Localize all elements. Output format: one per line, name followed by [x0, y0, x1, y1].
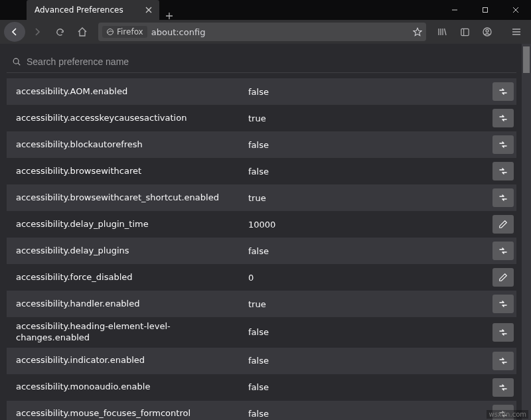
svg-rect-2 [461, 29, 468, 35]
pref-row[interactable]: accessibility.force_disabled0 [7, 264, 516, 291]
pref-row[interactable]: accessibility.browsewithcaretfalse [7, 158, 516, 184]
tab-title: Advanced Preferences [35, 5, 123, 15]
pref-value: false [248, 382, 493, 392]
window-minimize-button[interactable] [439, 0, 470, 20]
toggle-icon [498, 382, 508, 393]
library-button[interactable] [431, 22, 453, 42]
nav-toolbar: Firefox about:config [0, 20, 531, 44]
watermark-text: wsxdn.com [487, 410, 528, 419]
pref-name: accessibility.blockautorefresh [16, 139, 248, 151]
pref-value: false [248, 140, 493, 150]
pencil-icon [498, 220, 508, 229]
firefox-icon [106, 28, 114, 36]
pref-value: false [248, 409, 493, 419]
back-button[interactable] [4, 22, 25, 42]
toggle-icon [498, 113, 508, 123]
window-maximize-button[interactable] [470, 0, 500, 20]
pref-name: accessibility.browsewithcaret_shortcut.e… [16, 192, 248, 204]
toggle-button[interactable] [493, 295, 514, 313]
toggle-button[interactable] [493, 378, 514, 397]
bookmark-star-icon[interactable] [413, 27, 422, 36]
pref-row[interactable]: accessibility.AOM.enabledfalse [7, 78, 516, 105]
toggle-icon [498, 299, 508, 309]
app-menu-button[interactable] [506, 22, 527, 42]
pref-name: accessibility.handler.enabled [16, 299, 248, 310]
pref-row[interactable]: accessibility.heading-element-level-chan… [7, 317, 516, 348]
toggle-icon [498, 139, 508, 150]
toggle-icon [498, 166, 508, 176]
close-tab-icon[interactable] [143, 5, 154, 15]
pref-name: accessibility.delay_plugins [16, 245, 248, 257]
pref-value: false [248, 246, 493, 256]
home-button[interactable] [72, 22, 93, 42]
toggle-icon [498, 192, 508, 203]
pref-row[interactable]: accessibility.browsewithcaret_shortcut.e… [7, 184, 516, 211]
toggle-icon [498, 86, 508, 97]
toggle-icon [498, 356, 508, 366]
pref-name: accessibility.delay_plugin_time [16, 219, 248, 230]
search-input[interactable] [27, 56, 511, 67]
svg-point-5 [13, 58, 19, 64]
identity-box[interactable]: Firefox [102, 26, 147, 38]
pref-value: false [248, 327, 493, 337]
titlebar: Advanced Preferences [0, 0, 531, 20]
pencil-icon [498, 273, 508, 282]
reload-button[interactable] [49, 22, 70, 42]
toggle-icon [498, 245, 508, 256]
pref-name: accessibility.accesskeycausesactivation [16, 113, 248, 124]
preference-search[interactable] [7, 50, 516, 73]
svg-point-4 [486, 30, 489, 33]
new-tab-button[interactable] [159, 12, 179, 20]
pref-row[interactable]: accessibility.handler.enabledtrue [7, 291, 516, 317]
pref-name: accessibility.monoaudio.enable [16, 382, 248, 393]
pref-name: accessibility.force_disabled [16, 272, 248, 283]
window-close-button[interactable] [500, 0, 531, 20]
tab-advanced-preferences[interactable]: Advanced Preferences [27, 0, 159, 20]
preferences-table: accessibility.AOM.enabledfalseaccessibil… [7, 78, 516, 420]
sidebars-button[interactable] [454, 22, 475, 42]
toggle-button[interactable] [493, 188, 514, 207]
account-button[interactable] [477, 22, 498, 42]
identity-label: Firefox [117, 27, 143, 36]
pref-value: true [248, 193, 493, 203]
pref-name: accessibility.AOM.enabled [16, 86, 248, 98]
toggle-button[interactable] [493, 242, 514, 260]
pref-row[interactable]: accessibility.monoaudio.enablefalse [7, 374, 516, 401]
vertical-scrollbar[interactable] [522, 44, 531, 420]
pref-name: accessibility.heading-element-level-chan… [16, 321, 248, 344]
url-text: about:config [151, 27, 409, 37]
svg-rect-0 [483, 8, 488, 13]
pref-row[interactable]: accessibility.blockautorefreshfalse [7, 131, 516, 158]
edit-button[interactable] [493, 215, 514, 234]
pref-name: accessibility.indicator.enabled [16, 355, 248, 366]
pref-row[interactable]: accessibility.delay_plugin_time10000 [7, 211, 516, 238]
toggle-button[interactable] [493, 323, 514, 342]
pref-name: accessibility.mouse_focuses_formcontrol [16, 408, 248, 419]
scroll-thumb[interactable] [523, 46, 530, 73]
search-icon [12, 57, 21, 66]
tabs-strip: Advanced Preferences [0, 0, 439, 20]
window-controls [439, 0, 531, 20]
toggle-button[interactable] [493, 82, 514, 101]
urlbar[interactable]: Firefox about:config [98, 23, 426, 41]
pref-value: false [248, 87, 493, 97]
toggle-icon [498, 327, 508, 338]
toggle-button[interactable] [493, 109, 514, 127]
pref-row[interactable]: accessibility.indicator.enabledfalse [7, 348, 516, 374]
pref-row[interactable]: accessibility.accesskeycausesactivationt… [7, 105, 516, 131]
edit-button[interactable] [493, 268, 514, 287]
content-area: accessibility.AOM.enabledfalseaccessibil… [0, 44, 531, 420]
pref-name: accessibility.browsewithcaret [16, 166, 248, 177]
toggle-button[interactable] [493, 135, 514, 154]
pref-value: false [248, 167, 493, 176]
forward-button[interactable] [27, 22, 48, 42]
pref-value: 10000 [248, 220, 493, 230]
toggle-button[interactable] [493, 352, 514, 370]
pref-value: true [248, 113, 493, 123]
pref-row[interactable]: accessibility.mouse_focuses_formcontrolf… [7, 401, 516, 420]
pref-value: 0 [248, 273, 493, 283]
toggle-button[interactable] [493, 162, 514, 180]
pref-value: true [248, 299, 493, 309]
pref-value: false [248, 356, 493, 366]
pref-row[interactable]: accessibility.delay_pluginsfalse [7, 238, 516, 264]
